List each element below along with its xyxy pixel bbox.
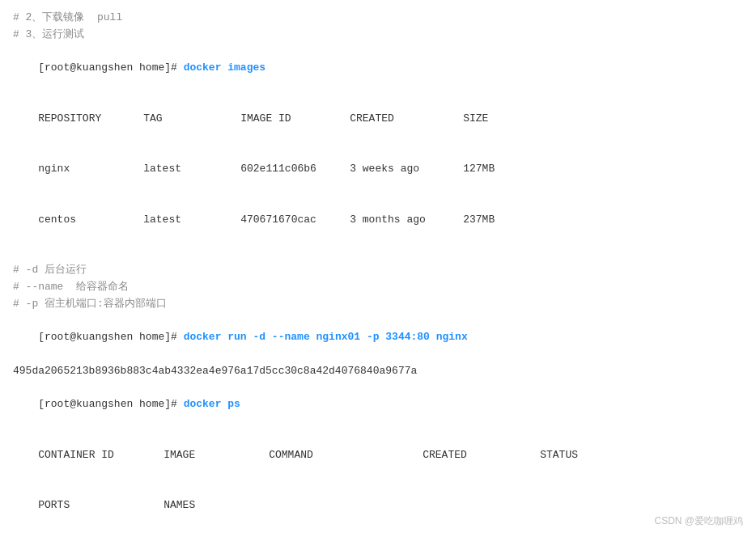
comment-d: # -d 后台运行 xyxy=(13,262,743,279)
line-docker-run: [root@kuangshen home]# docker run -d --n… xyxy=(13,312,743,362)
cmd-3: docker ps xyxy=(184,398,240,410)
images-header: REPOSITORYTAGIMAGE IDCREATEDSIZE xyxy=(13,94,743,144)
line-3: [root@kuangshen home]# docker images xyxy=(13,44,743,94)
ps-row-1: 495da2065213nginx"nginx -g 'daemon of…"3… xyxy=(13,531,743,537)
prompt-2: [root@kuangshen home]# xyxy=(38,331,183,343)
hash-output: 495da2065213b8936b883c4ab4332ea4e976a17d… xyxy=(13,363,743,380)
images-row-centos: centoslatest470671670cac3 months ago237M… xyxy=(13,195,743,245)
comment-p: # -p 宿主机端口:容器内部端口 xyxy=(13,296,743,313)
cmd-1: docker images xyxy=(184,61,265,74)
line-2: # 3、运行测试 xyxy=(13,27,743,44)
terminal-window: # 2、下载镜像 pull # 3、运行测试 [root@kuangshen h… xyxy=(0,0,756,537)
images-row-nginx: nginxlatest602e111c06b63 weeks ago127MB xyxy=(13,144,743,194)
watermark: CSDN @爱吃咖喱鸡 xyxy=(654,514,743,529)
prompt-1: [root@kuangshen home]# xyxy=(38,61,183,74)
ps-header-1: CONTAINER IDIMAGECOMMANDCREATEDSTATUS xyxy=(13,430,743,480)
line-1: # 2、下载镜像 pull xyxy=(13,10,743,27)
prompt-3: [root@kuangshen home]# xyxy=(38,398,183,410)
line-docker-ps: [root@kuangshen home]# docker ps xyxy=(13,380,743,430)
blank-1 xyxy=(13,245,743,262)
comment-name: # --name 给容器命名 xyxy=(13,279,743,296)
cmd-2: docker run -d --name nginx01 -p 3344:80 … xyxy=(184,331,468,343)
ps-header-2: PORTSNAMES xyxy=(13,480,743,531)
